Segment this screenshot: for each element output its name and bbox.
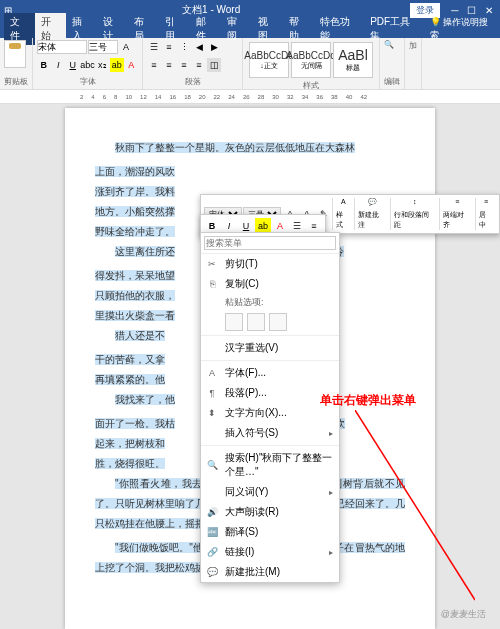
menu-search-input[interactable] — [204, 236, 336, 250]
menu-hanzi[interactable]: 汉字重选(V) — [201, 338, 339, 358]
align-center-icon[interactable]: ≡ — [162, 58, 176, 72]
paste-merge-icon[interactable] — [247, 313, 265, 331]
style-heading[interactable]: AaBl标题 — [333, 42, 373, 78]
group-font: A B I U abc x₂ ab A 字体 — [33, 38, 143, 89]
font-color-button[interactable]: A — [125, 58, 139, 72]
menu-paragraph[interactable]: ¶段落(P)... — [201, 383, 339, 403]
grow-font-icon[interactable]: A — [119, 40, 133, 54]
highlight-button[interactable]: ab — [110, 58, 124, 72]
mini-styles[interactable]: A样式 — [332, 198, 353, 230]
watermark: @麦麦生活 — [441, 608, 486, 621]
group-editing: 🔍 编辑 — [380, 38, 405, 89]
mini-new-comment[interactable]: 💬新建批注 — [354, 198, 389, 230]
menu-font[interactable]: A字体(F)... — [201, 363, 339, 383]
style-nospacing[interactable]: AaBbCcDd无间隔 — [291, 42, 331, 78]
font-name-input[interactable] — [37, 40, 87, 54]
group-paragraph: ☰ ≡ ⋮ ◀ ▶ ≡ ≡ ≡ ≡ ◫ 段落 — [143, 38, 243, 89]
font-size-input[interactable] — [88, 40, 118, 54]
group-addins: 加 — [405, 38, 422, 89]
search-icon: 🔍 — [205, 460, 219, 470]
direction-icon: ⬍ — [205, 408, 219, 418]
italic-button[interactable]: I — [52, 58, 66, 72]
group-styles: AaBbCcDd↓正文 AaBbCcDd无间隔 AaBl标题 样式 — [243, 38, 380, 89]
paste-text-only-icon[interactable] — [269, 313, 287, 331]
tutorial-annotation: 单击右键弹出菜单 — [320, 392, 416, 409]
paste-keep-source-icon[interactable] — [225, 313, 243, 331]
copy-icon: ⎘ — [205, 279, 219, 289]
window-controls: ─ ☐ ✕ — [448, 5, 496, 16]
svg-line-0 — [355, 410, 475, 600]
cut-icon: ✂ — [205, 259, 219, 269]
paste-options — [201, 311, 339, 333]
menu-synonyms[interactable]: 同义词(Y)▸ — [201, 482, 339, 502]
menu-read-aloud[interactable]: 🔊大声朗读(R) — [201, 502, 339, 522]
strike-button[interactable]: abc — [81, 58, 95, 72]
menu-translate[interactable]: 🔤翻译(S) — [201, 522, 339, 542]
multilevel-icon[interactable]: ⋮ — [177, 40, 191, 54]
menu-new-comment[interactable]: 💬新建批注(M) — [201, 562, 339, 582]
bold-button[interactable]: B — [37, 58, 51, 72]
minimize-button[interactable]: ─ — [451, 5, 458, 16]
menu-insert-symbol[interactable]: 插入符号(S)▸ — [201, 423, 339, 443]
paste-options-label: 粘贴选项: — [201, 294, 339, 311]
close-button[interactable]: ✕ — [485, 5, 493, 16]
underline-button[interactable]: U — [66, 58, 80, 72]
ruler[interactable]: 24681012141618202224262830323436384042 — [0, 90, 500, 104]
arrow-icon — [355, 410, 475, 610]
maximize-button[interactable]: ☐ — [467, 5, 476, 16]
paragraph-icon: ¶ — [205, 388, 219, 398]
align-left-icon[interactable]: ≡ — [147, 58, 161, 72]
style-normal[interactable]: AaBbCcDd↓正文 — [249, 42, 289, 78]
justify-icon[interactable]: ≡ — [192, 58, 206, 72]
align-right-icon[interactable]: ≡ — [177, 58, 191, 72]
speaker-icon: 🔊 — [205, 507, 219, 517]
menu-text-direction[interactable]: ⬍文字方向(X)... — [201, 403, 339, 423]
font-icon: A — [205, 368, 219, 378]
mini-justify[interactable]: ≡两端对齐 — [439, 198, 474, 230]
menu-search[interactable]: 🔍搜索(H)"秋雨下了整整一个星…" — [201, 448, 339, 482]
indent-inc-icon[interactable]: ▶ — [207, 40, 221, 54]
mini-spacing[interactable]: ↕行和段落间距 — [390, 198, 439, 230]
link-icon: 🔗 — [205, 547, 219, 557]
translate-icon: 🔤 — [205, 527, 219, 537]
tell-me[interactable]: 💡 操作说明搜索 — [424, 16, 500, 42]
context-menu: ✂剪切(T) ⎘复制(C) 粘贴选项: 汉字重选(V) A字体(F)... ¶段… — [200, 232, 340, 583]
sub-button[interactable]: x₂ — [96, 58, 110, 72]
indent-dec-icon[interactable]: ◀ — [192, 40, 206, 54]
paste-button[interactable] — [4, 40, 26, 68]
mini-center[interactable]: ≡居中 — [475, 198, 496, 230]
group-clipboard: 剪贴板 — [0, 38, 33, 89]
bullets-icon[interactable]: ☰ — [147, 40, 161, 54]
comment-icon: 💬 — [205, 567, 219, 577]
menu-copy[interactable]: ⎘复制(C) — [201, 274, 339, 294]
shading-icon[interactable]: ◫ — [207, 58, 221, 72]
numbering-icon[interactable]: ≡ — [162, 40, 176, 54]
menu-link[interactable]: 🔗链接(I)▸ — [201, 542, 339, 562]
menu-cut[interactable]: ✂剪切(T) — [201, 254, 339, 274]
